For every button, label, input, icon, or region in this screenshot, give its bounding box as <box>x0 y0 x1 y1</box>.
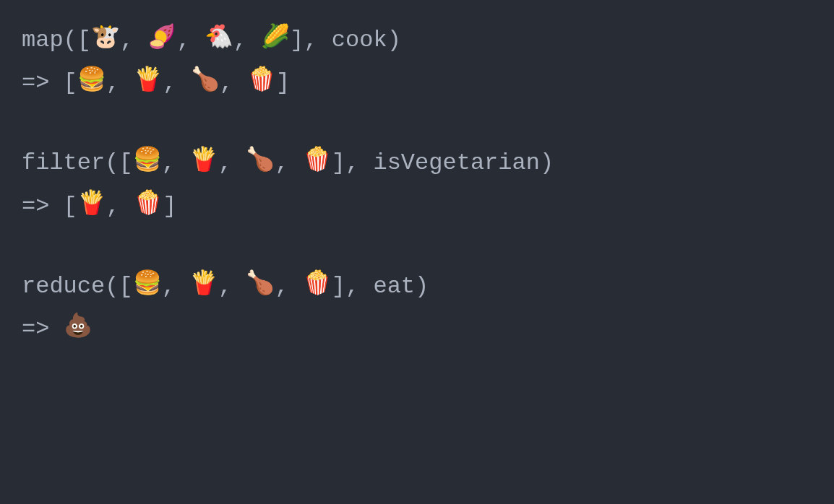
fries-icon: 🍟 <box>189 266 218 303</box>
separator: , <box>106 69 134 96</box>
burger-icon: 🍔 <box>133 266 162 303</box>
result-open: [ <box>64 193 77 220</box>
burger-icon: 🍔 <box>77 62 106 99</box>
open-bracket: ([ <box>105 273 132 300</box>
sweet-potato-icon: 🍠 <box>147 19 176 56</box>
separator: , <box>218 273 246 300</box>
result-close: ] <box>163 193 176 220</box>
reduce-result-line: => 💩 <box>22 310 812 347</box>
separator: , <box>275 150 302 177</box>
separator: , <box>163 69 190 96</box>
popcorn-icon: 🍿 <box>247 62 276 99</box>
map-call-line: map([🐮, 🍠, 🐔, 🌽], cook) <box>22 22 812 58</box>
close-paren: ) <box>540 150 554 177</box>
separator: , <box>220 69 247 96</box>
poop-icon: 💩 <box>64 308 93 345</box>
cow-icon: 🐮 <box>91 19 120 56</box>
fries-icon: 🍟 <box>134 62 163 99</box>
func-name: map <box>22 27 64 53</box>
separator: , <box>218 150 246 177</box>
filter-result-line: => [🍟, 🍿] <box>22 188 812 225</box>
separator: , <box>233 27 261 53</box>
func-name: reduce <box>22 273 105 300</box>
callback-name: cook <box>332 27 387 53</box>
corn-icon: 🌽 <box>261 19 290 56</box>
fries-icon: 🍟 <box>189 142 218 179</box>
popcorn-icon: 🍿 <box>134 186 163 222</box>
result-open: [ <box>64 69 77 96</box>
close-args: ], <box>332 273 374 300</box>
arrow: => <box>22 69 64 96</box>
map-result-line: => [🍔, 🍟, 🍗, 🍿] <box>22 64 812 101</box>
arrow: => <box>22 316 64 342</box>
drumstick-icon: 🍗 <box>246 142 275 179</box>
separator: , <box>162 273 189 300</box>
close-args: ], <box>332 150 374 177</box>
close-paren: ) <box>415 273 429 300</box>
reduce-example: reduce([🍔, 🍟, 🍗, 🍿], eat) => 💩 <box>22 268 812 347</box>
filter-example: filter([🍔, 🍟, 🍗, 🍿], isVegetarian) => [🍟… <box>22 144 812 224</box>
open-bracket: ([ <box>64 27 91 53</box>
func-name: filter <box>22 150 105 177</box>
close-args: ], <box>290 27 332 53</box>
callback-name: isVegetarian <box>373 150 539 177</box>
open-bracket: ([ <box>105 150 132 177</box>
close-paren: ) <box>387 27 401 53</box>
result-close: ] <box>276 69 290 96</box>
filter-call-line: filter([🍔, 🍟, 🍗, 🍿], isVegetarian) <box>22 144 812 181</box>
separator: , <box>120 27 147 53</box>
drumstick-icon: 🍗 <box>246 266 275 303</box>
reduce-call-line: reduce([🍔, 🍟, 🍗, 🍿], eat) <box>22 268 812 305</box>
separator: , <box>106 193 134 220</box>
arrow: => <box>22 193 64 220</box>
popcorn-icon: 🍿 <box>303 142 332 179</box>
separator: , <box>162 150 189 177</box>
popcorn-icon: 🍿 <box>303 266 332 303</box>
burger-icon: 🍔 <box>133 142 162 179</box>
drumstick-icon: 🍗 <box>191 62 220 99</box>
separator: , <box>275 273 302 300</box>
fries-icon: 🍟 <box>77 186 106 222</box>
separator: , <box>176 27 204 53</box>
map-example: map([🐮, 🍠, 🐔, 🌽], cook) => [🍔, 🍟, 🍗, 🍿] <box>22 22 812 101</box>
callback-name: eat <box>373 273 415 300</box>
chicken-icon: 🐔 <box>205 19 233 56</box>
